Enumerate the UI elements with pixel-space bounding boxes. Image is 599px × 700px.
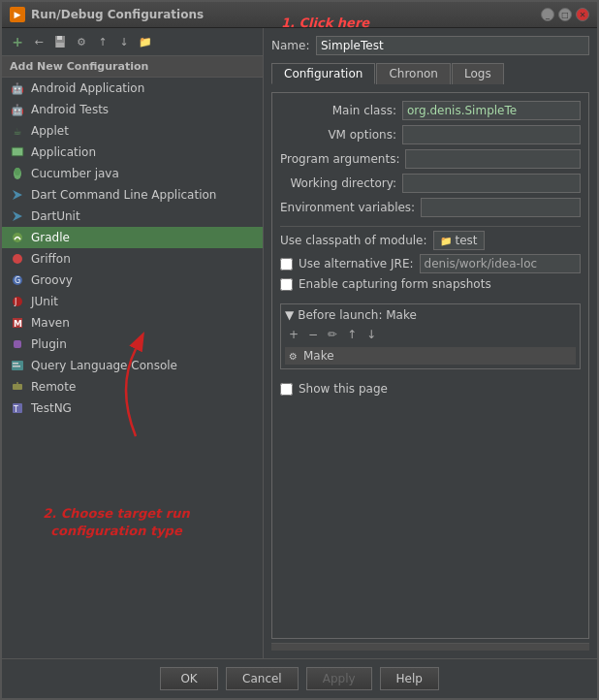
config-item-maven[interactable]: M Maven — [2, 312, 263, 334]
testng-label: TestNG — [31, 401, 72, 415]
config-item-applet[interactable]: ☕ Applet — [2, 120, 263, 142]
help-button[interactable]: Help — [380, 667, 439, 690]
env-vars-input[interactable] — [421, 198, 581, 217]
plugin-icon — [10, 336, 25, 352]
classpath-label: Use classpath of module: — [280, 234, 427, 247]
remote-icon — [10, 379, 25, 395]
program-args-input[interactable] — [405, 149, 581, 169]
run-debug-dialog: ▶ Run/Debug Configurations _ □ ✕ + ← — [0, 0, 599, 700]
back-button[interactable]: ← — [29, 32, 48, 51]
bl-add-button[interactable]: + — [285, 326, 302, 343]
svg-rect-20 — [13, 366, 20, 367]
before-launch-toolbar: + − ✏ ↑ ↓ — [285, 326, 576, 343]
config-item-junit[interactable]: J JUnit — [2, 291, 263, 312]
make-icon: ⚙ — [289, 351, 298, 362]
add-new-label: Add New Configuration — [2, 56, 263, 78]
ok-button[interactable]: OK — [160, 667, 218, 690]
horizontal-scrollbar[interactable] — [271, 643, 589, 651]
bl-edit-button[interactable]: ✏ — [324, 326, 341, 343]
title-bar-left: ▶ Run/Debug Configurations — [10, 7, 204, 22]
main-content: + ← ⚙ ↑ ↓ 📁 Add New Configuration 🤖 — [2, 28, 597, 658]
cucumber-icon — [10, 166, 25, 181]
enable-form-checkbox[interactable] — [280, 278, 293, 291]
add-button[interactable]: + — [8, 32, 27, 51]
svg-marker-8 — [13, 211, 22, 221]
name-row: Name: — [271, 36, 589, 55]
plugin-label: Plugin — [31, 337, 67, 351]
settings-button[interactable]: ⚙ — [72, 32, 91, 51]
config-item-groovy[interactable]: G Groovy — [2, 270, 263, 291]
close-button[interactable]: ✕ — [576, 8, 589, 21]
apply-button[interactable]: Apply — [306, 667, 372, 690]
config-item-cucumber[interactable]: Cucumber java — [2, 163, 263, 184]
config-item-android-app[interactable]: 🤖 Android Application — [2, 78, 263, 99]
working-dir-row: Working directory: — [280, 174, 581, 193]
config-item-application[interactable]: Application — [2, 142, 263, 163]
svg-rect-17 — [14, 340, 21, 348]
config-item-remote[interactable]: Remote — [2, 376, 263, 398]
name-input[interactable] — [316, 36, 589, 55]
save-button[interactable] — [50, 32, 70, 51]
minimize-button[interactable]: _ — [541, 8, 554, 21]
config-item-dart-cmdline[interactable]: Dart Command Line Application — [2, 184, 263, 206]
tabs: Configuration Chronon Logs — [271, 63, 589, 84]
config-item-dartunit[interactable]: DartUnit — [2, 206, 263, 227]
config-list[interactable]: 🤖 Android Application 🤖 Android Tests ☕ … — [2, 78, 263, 658]
cancel-button[interactable]: Cancel — [226, 667, 299, 690]
dialog-title: Run/Debug Configurations — [31, 8, 204, 21]
classpath-row: Use classpath of module: 📁 test — [280, 231, 581, 250]
config-item-plugin[interactable]: Plugin — [2, 334, 263, 355]
make-row: ⚙ Make — [285, 347, 576, 365]
bl-up-button[interactable]: ↑ — [343, 326, 361, 343]
alt-jre-input[interactable] — [420, 254, 581, 273]
applet-icon: ☕ — [10, 123, 25, 139]
application-label: Application — [31, 145, 96, 159]
move-up-button[interactable]: ↑ — [93, 32, 112, 51]
query-lang-icon — [10, 358, 25, 373]
svg-point-10 — [13, 254, 22, 264]
working-dir-input[interactable] — [402, 174, 581, 193]
query-lang-label: Query Language Console — [31, 359, 177, 372]
before-launch-triangle: ▼ — [285, 308, 294, 322]
title-bar: ▶ Run/Debug Configurations _ □ ✕ — [2, 2, 597, 28]
folder-button[interactable]: 📁 — [136, 32, 155, 51]
svg-text:G: G — [15, 276, 20, 285]
config-item-query-lang[interactable]: Query Language Console — [2, 355, 263, 376]
before-launch-section: ▼ Before launch: Make + − ✏ ↑ ↓ ⚙ Ma — [280, 303, 581, 369]
bl-remove-button[interactable]: − — [304, 326, 322, 343]
show-page-checkbox[interactable] — [280, 383, 293, 396]
vm-options-input[interactable] — [402, 125, 581, 144]
testng-icon: T — [10, 400, 25, 416]
svg-rect-21 — [13, 384, 22, 390]
main-class-input[interactable] — [402, 101, 581, 120]
classpath-module-select[interactable]: 📁 test — [433, 231, 485, 250]
name-label: Name: — [271, 39, 310, 52]
svg-text:T: T — [13, 405, 18, 414]
tab-logs[interactable]: Logs — [452, 63, 504, 84]
svg-point-6 — [15, 168, 20, 175]
before-launch-title: Before launch: Make — [298, 308, 417, 322]
move-down-button[interactable]: ↓ — [114, 32, 134, 51]
vm-options-label: VM options: — [280, 128, 396, 142]
svg-text:M: M — [14, 319, 22, 329]
android-tests-icon: 🤖 — [10, 102, 25, 117]
left-panel: + ← ⚙ ↑ ↓ 📁 Add New Configuration 🤖 — [2, 28, 264, 658]
bl-down-button[interactable]: ↓ — [363, 326, 380, 343]
maven-label: Maven — [31, 316, 70, 330]
config-item-gradle[interactable]: Gradle — [2, 227, 263, 248]
env-vars-row: Environment variables: — [280, 198, 581, 217]
tab-configuration[interactable]: Configuration — [271, 63, 375, 84]
program-args-row: Program arguments: — [280, 149, 581, 169]
module-icon: 📁 — [440, 236, 452, 246]
config-item-griffon[interactable]: Griffon — [2, 248, 263, 270]
svg-rect-19 — [13, 363, 18, 365]
cucumber-label: Cucumber java — [31, 167, 119, 180]
junit-label: JUnit — [31, 295, 58, 308]
android-app-label: Android Application — [31, 81, 144, 95]
maximize-button[interactable]: □ — [558, 8, 572, 21]
alt-jre-checkbox[interactable] — [280, 258, 293, 270]
config-item-android-tests[interactable]: 🤖 Android Tests — [2, 99, 263, 120]
tab-chronon[interactable]: Chronon — [376, 63, 451, 84]
config-item-testng[interactable]: T TestNG — [2, 398, 263, 419]
env-vars-label: Environment variables: — [280, 201, 415, 214]
